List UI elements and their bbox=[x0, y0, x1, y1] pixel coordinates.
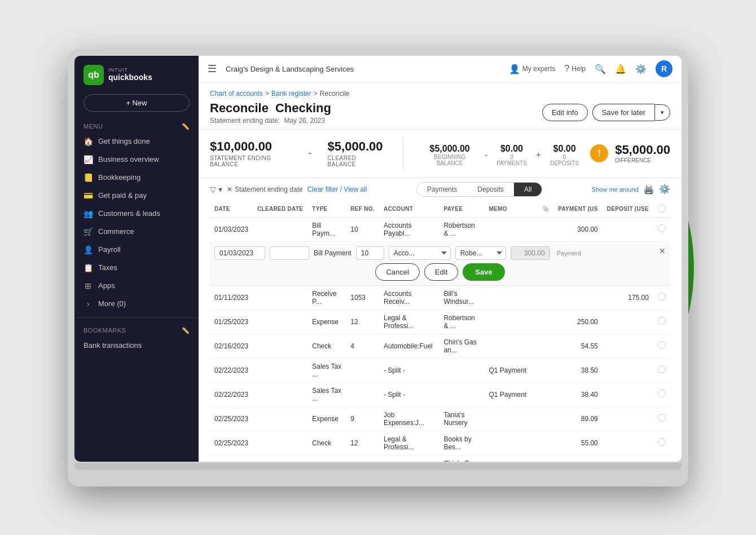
cell-radio[interactable] bbox=[653, 358, 670, 382]
sidebar-item-customers[interactable]: 👥 Customers & leads bbox=[74, 205, 199, 223]
cell-deposit bbox=[603, 334, 653, 358]
edit-amount-input[interactable] bbox=[511, 246, 550, 260]
table-row[interactable]: 02/22/2023 Sales Tax ... - Split - Q1 Pa… bbox=[210, 358, 670, 382]
sidebar-item-more[interactable]: › More (0) bbox=[74, 295, 199, 313]
sidebar-item-commerce[interactable]: 🛒 Commerce bbox=[74, 223, 199, 241]
edit-payee-select[interactable]: Robe... bbox=[455, 246, 506, 260]
page-content: Chart of accounts > Bank register > Reco… bbox=[199, 83, 682, 462]
cell-radio[interactable] bbox=[653, 431, 670, 455]
cell-attach bbox=[538, 309, 553, 334]
tax-icon: 📋 bbox=[83, 263, 93, 272]
breadcrumb-chart-of-accounts[interactable]: Chart of accounts bbox=[210, 90, 263, 98]
filter-x-icon[interactable]: ✕ bbox=[227, 185, 232, 193]
hamburger-icon[interactable]: ☰ bbox=[208, 63, 217, 75]
edit-account-select[interactable]: Acco... bbox=[389, 246, 451, 260]
cell-memo bbox=[484, 285, 538, 309]
clear-filter-link[interactable]: Clear filter / View all bbox=[307, 185, 367, 193]
scroll-hint[interactable]: Show me around bbox=[592, 186, 639, 193]
table-row[interactable]: 01/03/2023 Bill Paym... 10 Accounts Paya… bbox=[210, 217, 670, 241]
save-for-later-arrow[interactable]: ▾ bbox=[654, 104, 670, 121]
sidebar-item-get-paid[interactable]: 💳 Get paid & pay bbox=[74, 187, 199, 205]
deposits-label: 0 DEPOSITS bbox=[550, 154, 579, 166]
edit-date-input[interactable] bbox=[214, 246, 265, 260]
sidebar-item-business-overview[interactable]: 📈 Business overview bbox=[74, 151, 199, 169]
user-avatar[interactable]: R bbox=[656, 60, 673, 77]
table-row[interactable]: 03/03/2023 Check 5 Automobile:Fuel Chin'… bbox=[210, 455, 670, 462]
help-button[interactable]: ? Help bbox=[564, 64, 586, 74]
cell-payee: Chin's Gas an... bbox=[439, 334, 484, 358]
users-icon: 👥 bbox=[83, 209, 93, 218]
cell-radio[interactable] bbox=[653, 309, 670, 334]
edit-button[interactable]: Edit bbox=[424, 263, 458, 281]
table-row[interactable]: 01/11/2023 Receive P... 1053 Accounts Re… bbox=[210, 285, 670, 309]
sidebar-item-bank-transactions[interactable]: Bank transactions bbox=[74, 337, 199, 354]
cancel-button[interactable]: Cancel bbox=[375, 263, 419, 281]
menu-edit-icon[interactable]: ✏️ bbox=[182, 123, 190, 130]
cell-cleared bbox=[253, 455, 307, 462]
col-deposit: DEPOSIT (USE bbox=[603, 201, 653, 218]
beginning-balance-label: BEGINNING BALANCE bbox=[424, 154, 475, 166]
statement-ending-label: STATEMENT ENDING BALANCE bbox=[210, 155, 292, 167]
cell-deposit bbox=[603, 455, 653, 462]
main-content: ☰ Craig's Design & Landscaping Services … bbox=[199, 56, 682, 462]
save-for-later-button[interactable]: Save for later bbox=[592, 104, 654, 121]
sidebar: qb INTUIT quickbooks + New MENU ✏️ 🏠 Get… bbox=[74, 56, 199, 462]
new-button[interactable]: + New bbox=[83, 94, 190, 112]
cell-radio[interactable] bbox=[653, 285, 670, 309]
cell-date: 03/03/2023 bbox=[210, 455, 253, 462]
col-check bbox=[653, 201, 670, 218]
sidebar-logo: qb INTUIT quickbooks bbox=[74, 56, 199, 92]
cell-radio[interactable] bbox=[653, 382, 670, 406]
cell-type: Sales Tax ... bbox=[307, 382, 346, 406]
cell-payee: Robertson & ... bbox=[439, 309, 484, 334]
cell-radio[interactable] bbox=[653, 455, 670, 462]
settings-button[interactable]: ⚙️ bbox=[635, 64, 647, 74]
cell-ref: 1053 bbox=[346, 285, 379, 309]
my-experts-button[interactable]: 👤 My experts bbox=[509, 64, 556, 74]
breadcrumb-reconcile: Reconcile bbox=[320, 90, 350, 98]
print-icon[interactable]: 🖨️ bbox=[643, 184, 654, 194]
filter-icon[interactable]: ▽ ▾ bbox=[210, 185, 222, 194]
sidebar-item-taxes[interactable]: 📋 Taxes bbox=[74, 259, 199, 277]
table-row[interactable]: 02/16/2023 Check 4 Automobile:Fuel Chin'… bbox=[210, 334, 670, 358]
edit-cleared-input[interactable] bbox=[270, 246, 309, 260]
bookmarks-edit-icon[interactable]: ✏️ bbox=[182, 327, 190, 334]
cell-deposit bbox=[603, 431, 653, 455]
cell-radio[interactable] bbox=[653, 334, 670, 358]
edit-info-button[interactable]: Edit info bbox=[542, 104, 588, 121]
table-settings-icon[interactable]: ⚙️ bbox=[659, 184, 670, 194]
company-name: Craig's Design & Landscaping Services bbox=[226, 65, 354, 73]
table-row[interactable]: 01/25/2023 Expense 12 Legal & Professi..… bbox=[210, 309, 670, 334]
cell-attach bbox=[538, 285, 553, 309]
col-cleared-date: CLEARED DATE bbox=[253, 201, 307, 218]
cell-deposit bbox=[603, 406, 653, 431]
search-button[interactable]: 🔍 bbox=[595, 64, 606, 74]
sidebar-item-payroll[interactable]: 👤 Payroll bbox=[74, 241, 199, 259]
cell-date: 02/22/2023 bbox=[210, 382, 253, 406]
edit-ref-input[interactable] bbox=[356, 246, 384, 260]
table-row[interactable]: 02/25/2023 Check 12 Legal & Professi... … bbox=[210, 431, 670, 455]
cell-radio[interactable] bbox=[653, 217, 670, 241]
notifications-button[interactable]: 🔔 bbox=[615, 64, 626, 74]
table-row[interactable]: 02/22/2023 Sales Tax ... - Split - Q1 Pa… bbox=[210, 382, 670, 406]
sidebar-item-apps[interactable]: ⊞ Apps bbox=[74, 277, 199, 295]
cell-type: Check bbox=[307, 334, 346, 358]
sidebar-item-get-things-done[interactable]: 🏠 Get things done bbox=[74, 132, 199, 151]
menu-label: MENU bbox=[83, 123, 103, 130]
cell-payee: Robertson & ... bbox=[439, 217, 484, 241]
warning-icon: ! bbox=[590, 144, 608, 162]
sidebar-item-bookkeeping[interactable]: 📒 Bookkeeping bbox=[74, 169, 199, 187]
tab-all[interactable]: All bbox=[514, 183, 542, 196]
save-button[interactable]: Save bbox=[463, 263, 504, 281]
tab-deposits[interactable]: Deposits bbox=[467, 183, 514, 196]
close-icon[interactable]: ✕ bbox=[659, 246, 666, 255]
table-row[interactable]: 02/25/2023 Expense 9 Job Expenses:J... T… bbox=[210, 406, 670, 431]
cell-date: 02/16/2023 bbox=[210, 334, 253, 358]
search-icon: 🔍 bbox=[595, 64, 606, 74]
statement-date-subtitle: Statement ending date: May 26, 2023 bbox=[210, 117, 331, 125]
cleared-balance: $5,000.00 bbox=[328, 139, 383, 154]
tab-payments[interactable]: Payments bbox=[417, 183, 467, 196]
breadcrumb-bank-register[interactable]: Bank register bbox=[271, 90, 311, 98]
cell-radio[interactable] bbox=[653, 406, 670, 431]
cell-payee: Bill's Windsur... bbox=[439, 285, 484, 309]
